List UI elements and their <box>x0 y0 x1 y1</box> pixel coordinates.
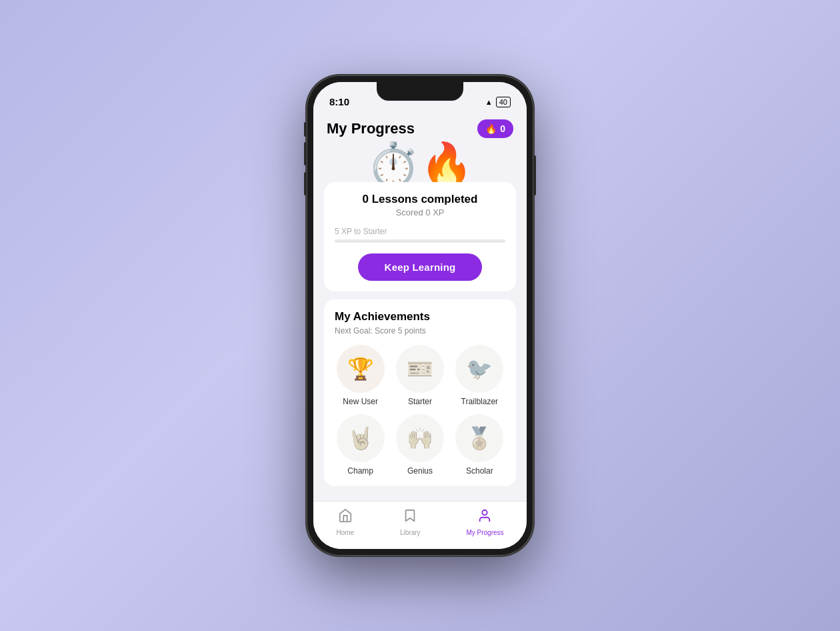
silent-button <box>304 122 307 137</box>
home-icon <box>338 508 353 527</box>
phone-notch <box>377 82 463 101</box>
streak-badge[interactable]: 🔥 0 <box>477 119 513 138</box>
nav-item-home[interactable]: Home <box>336 508 354 536</box>
power-button <box>533 155 536 195</box>
my-progress-icon <box>477 508 492 527</box>
badge-item-champ[interactable]: 🤘 Champ <box>335 414 386 476</box>
achievements-title: My Achievements <box>335 310 505 324</box>
badge-circle-new-user: 🏆 <box>337 345 385 393</box>
badge-label-trailblazer: Trailblazer <box>461 397 499 406</box>
next-goal-text: Next Goal: Score 5 points <box>335 326 505 336</box>
volume-down-button <box>304 172 307 195</box>
badge-label-scholar: Scholar <box>466 466 493 476</box>
nav-item-my-progress[interactable]: My Progress <box>466 508 503 536</box>
streak-count: 0 <box>500 123 505 134</box>
achievements-card: My Achievements Next Goal: Score 5 point… <box>324 299 516 486</box>
badge-item-trailblazer[interactable]: 🐦 Trailblazer <box>454 345 505 406</box>
badge-label-new-user: New User <box>343 397 378 406</box>
page-title: My Progress <box>327 120 415 137</box>
badge-label-starter: Starter <box>408 397 432 406</box>
badge-circle-starter: 🎫 <box>396 345 444 393</box>
illustration-container: ⏱️🔥 <box>313 143 527 186</box>
badge-item-starter[interactable]: 🎫 Starter <box>394 345 445 406</box>
nav-label-home: Home <box>336 529 354 536</box>
status-icons: ▲ 40 <box>485 97 511 107</box>
badge-label-genius: Genius <box>407 466 433 476</box>
status-time: 8:10 <box>329 96 349 107</box>
progress-bar-container: 5 XP to Starter <box>335 227 505 243</box>
lessons-completed-text: 0 Lessons completed <box>363 193 478 206</box>
bottom-spacer <box>313 494 527 500</box>
wifi-icon: ▲ <box>485 98 493 106</box>
library-icon <box>403 508 417 527</box>
volume-up-button <box>304 142 307 165</box>
page-header: My Progress 🔥 0 <box>313 111 527 143</box>
badge-circle-trailblazer: 🐦 <box>455 345 503 393</box>
xp-scored-text: Scored 0 XP <box>396 207 445 217</box>
nav-label-library: Library <box>400 529 421 536</box>
progress-card: 0 Lessons completed Scored 0 XP 5 XP to … <box>324 182 516 291</box>
badge-item-new-user[interactable]: 🏆 New User <box>335 345 386 406</box>
badges-grid: 🏆 New User 🎫 Starter 🐦 Trailblazer <box>335 345 505 476</box>
progress-bar-track <box>335 239 505 243</box>
screen-content[interactable]: My Progress 🔥 0 ⏱️🔥 0 Lessons completed … <box>313 111 527 501</box>
badge-circle-genius: 🙌 <box>396 414 444 462</box>
nav-label-my-progress: My Progress <box>466 529 503 536</box>
badge-circle-scholar: 🏅 <box>455 414 503 462</box>
badge-item-scholar[interactable]: 🏅 Scholar <box>454 414 505 476</box>
stopwatch-illustration: ⏱️🔥 <box>367 143 473 186</box>
badge-label-champ: Champ <box>347 466 373 476</box>
phone-screen: 8:10 ▲ 40 My Progress 🔥 0 ⏱️🔥 <box>313 82 527 549</box>
svg-point-0 <box>483 510 487 514</box>
phone-frame: 8:10 ▲ 40 My Progress 🔥 0 ⏱️🔥 <box>307 75 533 556</box>
flame-icon: 🔥 <box>485 123 497 134</box>
keep-learning-button[interactable]: Keep Learning <box>358 253 483 281</box>
badge-circle-champ: 🤘 <box>337 414 385 462</box>
badge-item-genius[interactable]: 🙌 Genius <box>394 414 445 476</box>
bottom-navigation: Home Library My Progress <box>313 501 527 549</box>
battery-icon: 40 <box>496 97 511 107</box>
progress-bar-label: 5 XP to Starter <box>335 227 505 236</box>
nav-item-library[interactable]: Library <box>400 508 421 536</box>
